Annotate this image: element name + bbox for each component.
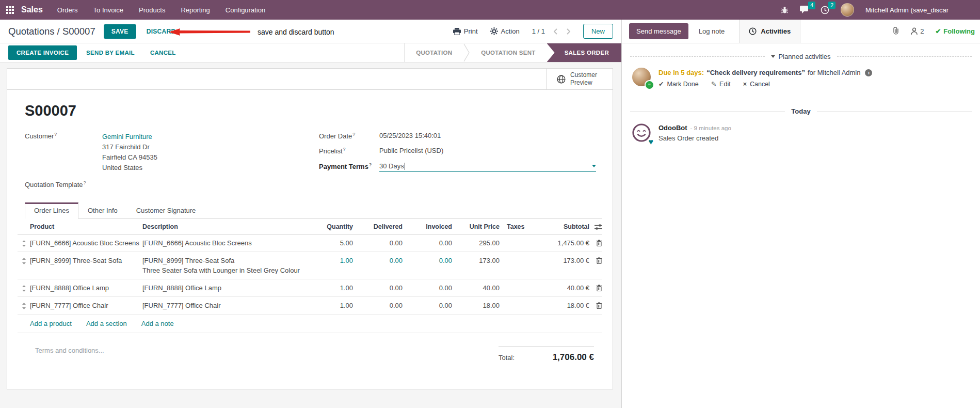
app-name[interactable]: Sales [21, 5, 43, 14]
state-quotation[interactable]: QUOTATION [405, 43, 463, 62]
cancel-button[interactable]: CANCEL [144, 45, 182, 60]
action-button[interactable]: Action [490, 27, 520, 35]
tab-other-info[interactable]: Other Info [78, 202, 127, 218]
activities-button[interactable]: Activities [739, 20, 800, 43]
nav-menu: Orders To Invoice Products Reporting Con… [57, 6, 265, 14]
cell-quantity[interactable]: 1.00 [313, 284, 353, 292]
bug-icon[interactable] [781, 6, 789, 14]
breadcrumb[interactable]: Quotations / S00007 [8, 26, 95, 37]
cell-unit-price[interactable]: 173.00 [452, 257, 500, 264]
message-body: Sales Order created [658, 134, 731, 142]
following-button[interactable]: ✔ Following [935, 27, 975, 35]
add-note-link[interactable]: Add a note [141, 320, 174, 327]
nav-item-reporting[interactable]: Reporting [181, 6, 210, 14]
state-quotation-sent[interactable]: QUOTATION SENT [470, 43, 547, 62]
mark-done-button[interactable]: ✔Mark Done [658, 80, 699, 88]
sheet-footer: Terms and conditions... Total: 1,706.00 … [18, 333, 602, 363]
cell-delivered[interactable]: 0.00 [353, 257, 403, 264]
cell-description[interactable]: [FURN_8999] Three-Seat SofaThree Seater … [142, 257, 313, 274]
trash-icon[interactable] [589, 239, 602, 246]
table-row[interactable]: [FURN_6666] Acoustic Bloc Screens [FURN_… [18, 234, 602, 252]
cancel-activity-button[interactable]: ×Cancel [743, 80, 770, 88]
column-options-icon[interactable] [589, 223, 602, 230]
customer-link[interactable]: Gemini Furniture [102, 133, 152, 140]
cell-delivered[interactable]: 0.00 [353, 239, 403, 247]
trash-icon[interactable] [589, 284, 602, 291]
send-by-email-button[interactable]: SEND BY EMAIL [80, 45, 141, 60]
tab-customer-signature[interactable]: Customer Signature [127, 202, 205, 218]
user-menu[interactable] [841, 3, 854, 17]
nav-item-configuration[interactable]: Configuration [226, 6, 265, 14]
cell-unit-price[interactable]: 18.00 [452, 302, 500, 309]
cell-invoiced[interactable]: 0.00 [403, 257, 452, 264]
order-date-value[interactable]: 05/25/2023 15:40:01 [379, 132, 441, 140]
chevron-left-icon[interactable] [553, 28, 558, 35]
header-invoiced[interactable]: Invoiced [403, 223, 452, 230]
activities-clock-icon[interactable]: 2 [821, 6, 829, 14]
send-message-button[interactable]: Send message [629, 23, 688, 39]
cell-quantity[interactable]: 1.00 [313, 302, 353, 309]
apps-grid-icon[interactable] [6, 6, 14, 14]
customer-preview-label: Customer Preview [570, 71, 602, 87]
trash-icon[interactable] [589, 302, 602, 309]
header-unit-price[interactable]: Unit Price [452, 223, 500, 230]
edit-activity-button[interactable]: ✎Edit [711, 80, 731, 88]
add-section-link[interactable]: Add a section [86, 320, 127, 327]
info-icon[interactable]: i [865, 69, 872, 76]
cell-description[interactable]: [FURN_6666] Acoustic Bloc Screens [142, 239, 313, 247]
paperclip-icon[interactable] [892, 26, 899, 37]
create-invoice-button[interactable]: CREATE INVOICE [8, 45, 77, 60]
customer-preview-button[interactable]: Customer Preview [546, 69, 613, 89]
user-name[interactable]: Mitchell Admin (save_discar [865, 6, 975, 14]
terms-placeholder[interactable]: Terms and conditions... [35, 347, 104, 363]
state-sales-order[interactable]: SALES ORDER [547, 43, 621, 62]
messages-icon[interactable]: 4 [800, 6, 809, 14]
cell-delivered[interactable]: 0.00 [353, 284, 403, 292]
nav-item-products[interactable]: Products [139, 6, 165, 14]
table-row[interactable]: [FURN_8888] Office Lamp [FURN_8888] Offi… [18, 279, 602, 297]
cell-description[interactable]: [FURN_8888] Office Lamp [142, 284, 313, 292]
drag-handle-icon[interactable] [18, 239, 30, 247]
cell-product[interactable]: [FURN_8888] Office Lamp [30, 284, 142, 292]
table-row[interactable]: [FURN_7777] Office Chair [FURN_7777] Off… [18, 297, 602, 315]
header-quantity[interactable]: Quantity [313, 223, 353, 230]
header-delivered[interactable]: Delivered [353, 223, 403, 230]
cell-invoiced[interactable]: 0.00 [403, 239, 452, 247]
tab-order-lines[interactable]: Order Lines [25, 202, 78, 219]
cell-delivered[interactable]: 0.00 [353, 302, 403, 309]
cell-quantity[interactable]: 1.00 [313, 257, 353, 264]
new-button[interactable]: New [583, 24, 613, 39]
trash-icon[interactable] [589, 257, 602, 264]
cell-unit-price[interactable]: 295.00 [452, 239, 500, 247]
drag-handle-icon[interactable] [18, 284, 30, 292]
cell-product[interactable]: [FURN_7777] Office Chair [30, 302, 142, 309]
header-product[interactable]: Product [30, 223, 142, 230]
cell-invoiced[interactable]: 0.00 [403, 284, 452, 292]
drag-handle-icon[interactable] [18, 302, 30, 309]
log-note-button[interactable]: Log note [692, 23, 732, 39]
cell-product[interactable]: [FURN_8999] Three-Seat Sofa [30, 257, 142, 264]
pricelist-value[interactable]: Public Pricelist (USD) [379, 147, 443, 155]
cell-invoiced[interactable]: 0.00 [403, 302, 452, 309]
cell-unit-price[interactable]: 40.00 [452, 284, 500, 292]
message-author[interactable]: OdooBot [658, 124, 687, 132]
followers-button[interactable]: 2 [911, 27, 924, 35]
nav-item-orders[interactable]: Orders [57, 6, 78, 14]
cell-quantity[interactable]: 5.00 [313, 239, 353, 247]
discard-button[interactable]: DISCARD [147, 28, 176, 35]
cell-description[interactable]: [FURN_7777] Office Chair [142, 302, 313, 309]
nav-item-to-invoice[interactable]: To Invoice [93, 6, 124, 14]
header-description[interactable]: Description [142, 223, 313, 230]
table-row[interactable]: [FURN_8999] Three-Seat Sofa [FURN_8999] … [18, 252, 602, 279]
header-taxes[interactable]: Taxes [500, 223, 532, 230]
cell-product[interactable]: [FURN_6666] Acoustic Bloc Screens [30, 239, 142, 247]
chevron-right-icon[interactable] [566, 28, 571, 35]
drag-handle-icon[interactable] [18, 257, 30, 264]
dropdown-caret-icon[interactable] [592, 165, 596, 167]
add-product-link[interactable]: Add a product [30, 320, 72, 327]
header-subtotal[interactable]: Subtotal [532, 223, 589, 230]
print-button[interactable]: Print [453, 27, 478, 35]
payment-terms-input[interactable]: 30 Days [379, 162, 596, 172]
planned-activities-toggle[interactable]: Planned activities [771, 53, 830, 60]
save-button[interactable]: SAVE [104, 24, 136, 39]
